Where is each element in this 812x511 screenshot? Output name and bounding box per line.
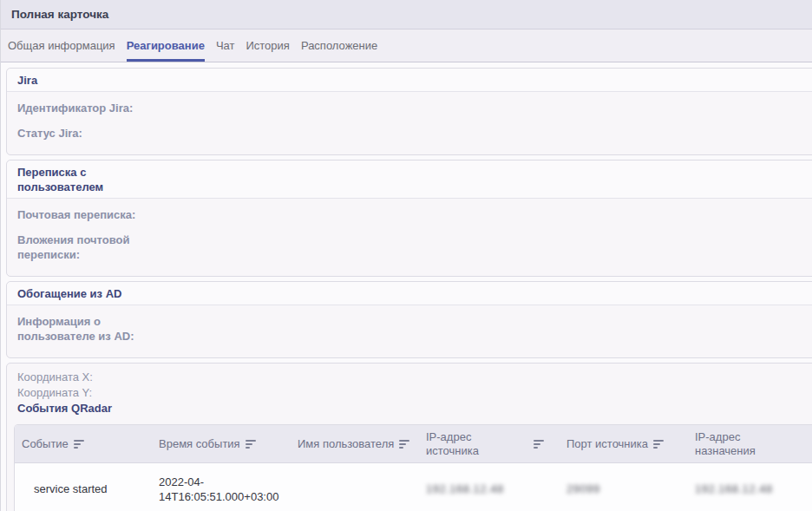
sort-icon[interactable] [653,439,665,449]
sort-icon[interactable] [74,439,86,449]
tabbar: Общая информация Реагирование Чат Истори… [1,29,812,62]
user-correspondence-section: Переписка с пользователем Почтовая переп… [6,160,812,277]
mail-correspondence-label: Почтовая переписка: [17,207,167,222]
response-tab-content: Jira Идентификатор Jira: Статус Jira: Пе… [1,62,812,511]
column-header-event-time[interactable]: Время события [152,434,291,455]
jira-id-label: Идентификатор Jira: [17,101,167,115]
jira-id-field: Идентификатор Jira: [17,101,806,115]
table-header-row: Событие Время события Имя пользователя I… [15,425,812,463]
cell-dest-ip: 192.168.12.48 [688,463,812,511]
mail-correspondence-field: Почтовая переписка: [17,207,806,222]
column-header-source-port[interactable]: Порт источника [560,434,688,455]
sort-icon[interactable] [399,439,411,449]
ad-user-info-field: Информация о пользователе из AD: [17,314,806,344]
page-title: Полная карточка [11,8,108,21]
cell-username [291,463,419,511]
coordinate-x-row: Координата X: [17,370,806,385]
column-header-dest-ip[interactable]: IP-адрес назначения [688,427,812,462]
tab-history[interactable]: История [246,29,289,62]
mail-attachments-label: Вложения почтовой переписки: [17,233,167,262]
qradar-events-title: События QRadar [17,401,806,416]
cell-event-time: 2022-04-14T16:05:51.000+03:00 [152,463,291,511]
qradar-events-table: Событие Время события Имя пользователя I… [14,424,812,511]
jira-section: Jira Идентификатор Jira: Статус Jira: [6,68,812,155]
qradar-events-section: Координата X: Координата Y: События QRad… [6,363,812,511]
mail-attachments-field: Вложения почтовой переписки: [17,233,806,262]
cell-event: service started [15,463,152,511]
ad-user-info-label: Информация о пользователе из AD: [17,314,167,344]
tab-location[interactable]: Расположение [301,29,377,62]
jira-section-title: Jira [7,69,812,92]
cell-source-port: 29099 [560,463,688,511]
table-row[interactable]: service started 2022-04-14T16:05:51.000+… [15,463,812,511]
tab-response[interactable]: Реагирование [127,29,205,62]
column-header-event[interactable]: Событие [15,434,152,455]
coordinate-x-label: Координата X: [17,370,93,383]
coordinate-y-label: Координата Y: [17,386,92,399]
tab-general-info[interactable]: Общая информация [8,29,115,62]
column-header-source-ip[interactable]: IP-адрес источника [419,427,560,462]
ad-enrichment-section: Обогащение из AD Информация о пользовате… [6,281,812,358]
sort-icon[interactable] [534,439,546,449]
coordinate-y-row: Координата Y: [17,385,806,401]
cell-source-ip: 192.168.12.48 [419,463,560,511]
jira-status-field: Статус Jira: [17,126,806,141]
jira-status-label: Статус Jira: [17,126,167,141]
user-correspondence-title: Переписка с пользователем [7,161,812,199]
sort-icon[interactable] [246,439,258,449]
tab-chat[interactable]: Чат [216,29,235,62]
card-header: Полная карточка [1,0,812,29]
ad-enrichment-title: Обогащение из AD [7,282,812,305]
column-header-username[interactable]: Имя пользователя [291,434,419,455]
